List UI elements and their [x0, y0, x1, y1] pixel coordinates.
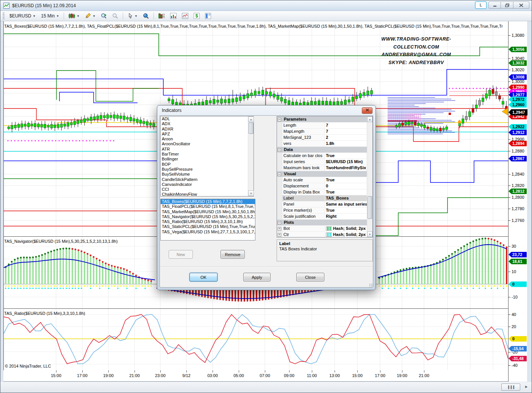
toolbar-grip[interactable] — [3, 13, 5, 19]
time-axis[interactable]: 15:0017:0019:0021:0023:009/1203:0005:000… — [3, 370, 508, 382]
available-indicator-item[interactable]: ADX — [161, 121, 253, 126]
expand-icon[interactable]: + — [278, 227, 281, 231]
available-indicator-item[interactable]: ADL — [161, 116, 253, 121]
cursor-tool-button[interactable]: ▼ — [125, 12, 140, 20]
property-row-bot[interactable]: +BotHash; Solid; 2px — [277, 226, 367, 232]
property-row-ctr[interactable]: +CtrHash; Solid; 2px — [277, 232, 367, 237]
close-dialog-button[interactable]: Close — [296, 273, 324, 281]
available-indicators-list[interactable]: ADLADXADXRAPZAroonAroonOscillatorATRBarT… — [160, 116, 254, 196]
link-button[interactable]: L — [475, 2, 487, 9]
dialog-title-bar[interactable]: Indicators — [157, 105, 376, 115]
available-indicator-item[interactable]: Aroon — [161, 137, 253, 141]
property-row-vers[interactable]: vers1.8h — [277, 141, 367, 147]
property-value[interactable]: True — [325, 153, 367, 159]
property-row-plots[interactable]: –Plots — [277, 220, 367, 226]
available-indicator-item[interactable]: CCI — [161, 187, 253, 192]
scrollbar-thumb[interactable] — [368, 196, 372, 219]
minimize-button[interactable] — [488, 2, 501, 9]
available-indicator-item[interactable]: BarTimer — [161, 152, 253, 157]
selected-indicator-item[interactable]: TAS_Vega($EURUSD (15 Min),27,7,1,5,3,100… — [161, 230, 255, 234]
available-indicator-item[interactable]: CandleStickPattern — [161, 177, 253, 182]
data-box-button[interactable] — [140, 12, 152, 20]
zoom-out-button[interactable] — [110, 12, 121, 20]
restore-button[interactable] — [501, 2, 513, 9]
collapse-icon[interactable]: – — [278, 148, 281, 152]
chart-style-button[interactable]: ▼ — [66, 12, 82, 20]
property-grid-scrollbar[interactable]: ▲ ▼ — [367, 116, 372, 237]
property-row-displacement[interactable]: Displacement0 — [277, 183, 367, 189]
property-value[interactable]: Hash; Solid; 2px — [325, 232, 367, 237]
property-value[interactable]: 7 — [325, 123, 367, 128]
selected-indicator-item[interactable]: TAS_Boxes($EURUSD (15 Min),7,7,2,1.8h) — [161, 199, 255, 204]
zoom-in-button[interactable] — [98, 12, 110, 20]
title-bar[interactable]: $EURUSD (15 Min) 12.09.2014 L — [0, 0, 532, 11]
property-row-data[interactable]: –Data — [277, 147, 367, 153]
property-value[interactable]: TwoHundredFiftySix — [325, 165, 367, 171]
property-row-display-in-data-box[interactable]: Display in Data BoxTrue — [277, 189, 367, 195]
property-value[interactable]: 7 — [325, 129, 367, 134]
available-indicator-item[interactable]: BuySellVolume — [161, 172, 253, 177]
property-row-visual[interactable]: –Visual — [277, 171, 367, 177]
available-list-scrollbar[interactable]: ▲ ▼ — [248, 116, 253, 196]
selected-indicator-item[interactable]: TAS_FloatPCL($EURUSD (15 Min),8,1,True,T… — [161, 204, 255, 209]
collapse-icon[interactable]: – — [278, 221, 281, 225]
apply-button[interactable]: Apply — [243, 273, 271, 281]
panel-divider[interactable] — [3, 308, 508, 309]
property-value[interactable]: Right — [325, 214, 367, 219]
selected-indicator-item[interactable]: TAS_Navigator($EURUSD (15 Min),5,30,25,1… — [161, 214, 255, 219]
property-row-input-series[interactable]: Input series$EURUSD (15 Min) — [277, 159, 367, 165]
selected-indicator-item[interactable]: TAS_StaticPCL($EURUSD (15 Min),True,True… — [161, 224, 255, 229]
property-row-length[interactable]: Length7 — [277, 123, 367, 129]
property-value[interactable]: 2 — [325, 135, 367, 140]
collapse-icon[interactable]: – — [278, 173, 281, 176]
property-value[interactable]: True — [325, 177, 367, 183]
market-analyzer-button[interactable] — [167, 12, 179, 20]
remove-button[interactable]: Remove — [221, 250, 245, 259]
property-value[interactable]: 1.8h — [325, 141, 367, 146]
property-value[interactable]: 0 — [325, 183, 367, 189]
property-value[interactable]: Hash; Solid; 2px — [325, 226, 367, 231]
available-indicator-item[interactable]: BOP — [161, 162, 253, 167]
property-row-scale-justification[interactable]: Scale justificationRight — [277, 214, 367, 220]
scroll-right-button[interactable]: ▶ — [523, 384, 529, 391]
instrument-selector[interactable]: $EURUSD ▼ — [7, 12, 38, 20]
scroll-down-button[interactable]: ▼ — [248, 190, 254, 196]
close-button[interactable] — [513, 2, 529, 9]
property-row-auto-scale[interactable]: Auto scaleTrue — [277, 177, 367, 183]
interval-selector[interactable]: 15 Min ▼ — [38, 12, 62, 20]
property-value[interactable]: True — [325, 189, 367, 195]
scrollbar-thumb[interactable] — [249, 123, 253, 134]
available-indicator-item[interactable]: BuySellPressure — [161, 167, 253, 172]
mini-chart-button[interactable] — [179, 12, 191, 20]
property-value[interactable]: $EURUSD (15 Min) — [325, 159, 367, 165]
chart-trader-button[interactable] — [156, 12, 167, 20]
ok-button[interactable]: OK — [189, 273, 217, 281]
property-value[interactable]: TAS_Boxes — [325, 195, 367, 201]
property-value[interactable]: Same as input series — [325, 201, 367, 207]
scroll-up-button[interactable]: ▲ — [367, 116, 372, 122]
property-row-minsignal-123[interactable]: MinSignal_1232 — [277, 135, 367, 141]
available-indicator-item[interactable]: ATR — [161, 147, 253, 152]
scroll-up-button[interactable]: ▲ — [248, 116, 254, 122]
account-performance-button[interactable]: $ — [191, 12, 202, 20]
collapse-icon[interactable]: – — [278, 118, 281, 121]
property-row-calculate-on-bar-clos[interactable]: Calculate on bar closTrue — [277, 153, 367, 159]
property-row-maplength[interactable]: MapLength7 — [277, 129, 367, 135]
property-row-price-marker-s-[interactable]: Price marker(s)True — [277, 208, 367, 214]
scroll-down-button[interactable]: ▼ — [367, 231, 372, 237]
selected-indicator-item[interactable]: TAS_MarketMap($EURUSD (15 Min),30,1,50,1… — [161, 209, 255, 214]
available-indicator-item[interactable]: APZ — [161, 132, 253, 137]
columns-button[interactable] — [202, 12, 214, 20]
selected-indicators-list[interactable]: TAS_Boxes($EURUSD (15 Min),7,7,2,1.8h)TA… — [160, 199, 255, 241]
property-row-maximum-bars-look[interactable]: Maximum bars lookTwoHundredFiftySix — [277, 165, 367, 171]
property-value[interactable]: True — [325, 208, 367, 213]
available-indicator-item[interactable]: CanvasIndicator — [161, 182, 253, 187]
new-button[interactable]: New — [169, 250, 193, 259]
available-indicator-item[interactable]: ADXR — [161, 127, 253, 132]
property-row-panel[interactable]: PanelSame as input series — [277, 201, 367, 208]
available-indicator-item[interactable]: Bollinger — [161, 157, 253, 162]
available-indicator-item[interactable]: AroonOscillator — [161, 141, 253, 146]
property-row-label[interactable]: LabelTAS_Boxes — [277, 195, 367, 201]
drawing-tools-button[interactable]: ▼ — [82, 12, 98, 20]
dialog-resize-grip[interactable] — [369, 283, 373, 287]
